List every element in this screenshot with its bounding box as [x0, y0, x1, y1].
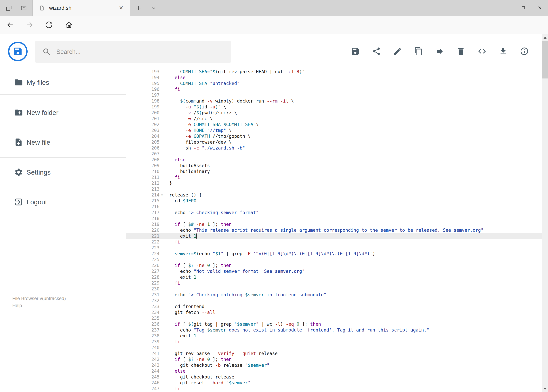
code-line[interactable]: 211 fi — [126, 174, 542, 180]
code-line[interactable]: 236 if [ $(git tag | grep "$semver" | wc… — [126, 321, 542, 327]
code-line[interactable]: 245 git checkout release — [126, 374, 542, 380]
code-line[interactable]: 229 fi — [126, 280, 542, 286]
code-line[interactable]: 206 sh -c "./wizard.sh -b" — [126, 145, 542, 151]
code-token — [169, 369, 175, 374]
code-line[interactable]: 226 if [ $? -ne 0 ]; then — [126, 262, 542, 268]
code-line[interactable]: 214▾release () { — [126, 192, 542, 198]
code-line[interactable]: 233 cd frontend — [126, 304, 542, 309]
fold-marker-icon[interactable]: ▾ — [160, 192, 165, 198]
save-button[interactable] — [348, 45, 362, 58]
scrollbar-thumb[interactable] — [542, 41, 548, 78]
browser-tab[interactable]: wizard.sh × — [33, 0, 130, 16]
code-line[interactable]: 197 — [126, 92, 542, 98]
code-line[interactable]: 201 -w //src \ — [126, 116, 542, 121]
new-tab-button[interactable]: + — [133, 2, 144, 13]
code-line[interactable]: 204 -e GOPATH=//tmp/gopath \ — [126, 133, 542, 139]
maximize-button[interactable] — [515, 0, 532, 16]
code-line[interactable]: 227 echo "Not valid semver format. See s… — [126, 268, 542, 274]
code-line[interactable]: 228 exit 1 — [126, 274, 542, 280]
code-line[interactable]: 225 — [126, 257, 542, 262]
code-token: / — [191, 110, 196, 115]
code-line[interactable]: 209 buildAssets — [126, 163, 542, 168]
code-line[interactable]: 207 — [126, 151, 542, 157]
code-line[interactable]: 243 git checkout -b release "$semver" — [126, 362, 542, 368]
code-line[interactable]: 213 — [126, 186, 542, 192]
code-line[interactable]: 230 — [126, 286, 542, 292]
code-line[interactable]: 195 COMMIT_SHA="untracked" — [126, 80, 542, 86]
code-line[interactable]: 198 $(command -v winpty) docker run --rm… — [126, 98, 542, 104]
back-button[interactable] — [6, 21, 14, 29]
minimize-button[interactable] — [499, 0, 515, 16]
code-editor[interactable]: 193 COMMIT_SHA="$(git rev-parse HEAD | c… — [126, 65, 542, 392]
code-line[interactable]: 196 fi — [126, 86, 542, 92]
home-button[interactable] — [65, 21, 73, 29]
code-line[interactable]: 224 semver=$(echo "$1" | grep -P '^v(0|[… — [126, 251, 542, 257]
code-line[interactable]: 220 echo "This release script requires a… — [126, 227, 542, 233]
code-line[interactable]: 205 filebrowser/dev \ — [126, 139, 542, 145]
code-line[interactable]: 235 — [126, 315, 542, 321]
code-line[interactable]: 223 — [126, 245, 542, 251]
set-tabs-aside-button[interactable] — [4, 4, 14, 12]
forward-button[interactable] — [25, 21, 34, 29]
sidebar-item-new-folder[interactable]: New folder — [0, 103, 126, 122]
code-line[interactable]: 222 fi — [126, 239, 542, 245]
code-line[interactable]: 241 git rev-parse --verify --quiet relea… — [126, 350, 542, 356]
code-line[interactable]: 231 echo "> Checking matching $semver in… — [126, 292, 542, 298]
tab-preview-button[interactable] — [19, 4, 28, 12]
line-number: 210 — [126, 168, 160, 174]
code-token: echo — [169, 292, 188, 297]
scroll-down-button[interactable] — [542, 385, 548, 392]
code-line[interactable]: 234 git fetch --all — [126, 309, 542, 315]
fold-gutter — [160, 345, 165, 350]
code-line[interactable]: 218 — [126, 216, 542, 221]
code-view-button[interactable] — [475, 45, 489, 58]
code-line[interactable]: 240 — [126, 345, 542, 350]
code-line[interactable]: 208 else — [126, 157, 542, 163]
code-token: semver= — [175, 251, 194, 256]
code-line[interactable]: 194 else — [126, 75, 542, 80]
share-button[interactable] — [369, 45, 383, 58]
sidebar-item-settings[interactable]: Settings — [0, 163, 126, 182]
code-token: --verify — [213, 351, 234, 356]
code-line[interactable]: 216 — [126, 204, 542, 210]
code-line[interactable]: 217 echo "> Checking semver format" — [126, 210, 542, 216]
code-line[interactable]: 237 echo "Tag $semver does not exist in … — [126, 327, 542, 333]
scroll-up-button[interactable] — [542, 34, 548, 41]
code-line[interactable]: 200 -v /$(pwd):/src:z \ — [126, 110, 542, 116]
code-line[interactable]: 215 cd $REPO — [126, 198, 542, 204]
code-line[interactable]: 239 fi — [126, 339, 542, 345]
search-box[interactable] — [35, 41, 231, 63]
code-line[interactable]: 242 if [ $? -ne 0 ]; then — [126, 356, 542, 362]
sidebar-item-new-file[interactable]: New file — [0, 133, 126, 152]
search-input[interactable] — [56, 48, 227, 55]
code-line[interactable]: 199 -u "$(id -u)" \ — [126, 104, 542, 110]
code-token — [169, 339, 175, 344]
code-line[interactable]: 210 buildBinary — [126, 168, 542, 174]
code-line[interactable]: 238 exit 1 — [126, 333, 542, 339]
code-line[interactable]: 232 — [126, 298, 542, 304]
search-icon — [42, 47, 51, 56]
code-line[interactable]: 247 fi — [126, 386, 542, 392]
move-button[interactable] — [433, 45, 447, 58]
code-line[interactable]: 244 else — [126, 368, 542, 374]
sidebar-item-my-files[interactable]: My files — [0, 73, 126, 92]
help-link[interactable]: Help — [12, 302, 66, 309]
sidebar-item-logout[interactable]: Logout — [0, 193, 126, 211]
code-line[interactable]: 221 exit 1 — [126, 233, 542, 239]
code-line[interactable]: 212} — [126, 180, 542, 186]
download-button[interactable] — [496, 45, 510, 58]
info-button[interactable] — [517, 45, 531, 58]
tab-close-icon[interactable]: × — [117, 4, 125, 12]
tab-list-chevron-icon[interactable] — [149, 4, 159, 12]
code-line[interactable]: 219 if [ $# -ne 1 ]; then — [126, 221, 542, 227]
code-line[interactable]: 193 COMMIT_SHA="$(git rev-parse HEAD | c… — [126, 69, 542, 75]
delete-button[interactable] — [454, 45, 468, 58]
code-line[interactable]: 246 git reset --hard "$semver" — [126, 380, 542, 386]
close-button[interactable] — [532, 0, 548, 16]
page-scrollbar[interactable] — [542, 34, 548, 392]
rename-button[interactable] — [390, 45, 405, 58]
code-line[interactable]: 203 -e HOME="//tmp" \ — [126, 127, 542, 133]
refresh-button[interactable] — [45, 21, 53, 29]
copy-button[interactable] — [412, 45, 426, 58]
code-line[interactable]: 202 -e COMMIT_SHA=$COMMIT_SHA \ — [126, 121, 542, 127]
